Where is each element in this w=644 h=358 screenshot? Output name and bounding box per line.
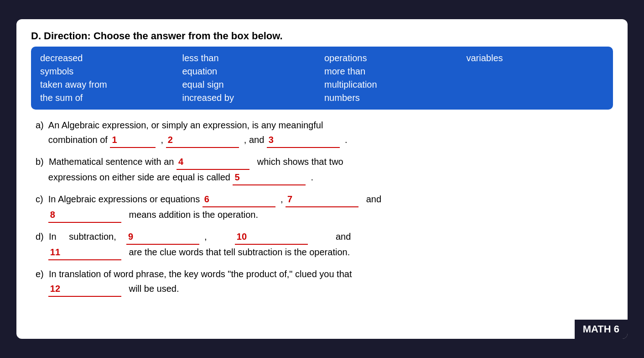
blank-7: 7	[286, 192, 358, 207]
blank-12: 12	[48, 281, 121, 297]
blank-9: 9	[126, 229, 199, 245]
question-c-label: c) In Algebraic expressions or equations…	[36, 194, 381, 220]
answer-item-empty3	[467, 93, 604, 103]
answer-item-empty2	[467, 79, 604, 90]
answer-item-equation: equation	[182, 66, 320, 77]
answer-item-taken-away-from: taken away from	[40, 79, 178, 90]
answer-item-decreased: decreased	[40, 53, 178, 63]
direction-header: D. Direction: Choose the answer from the…	[31, 30, 613, 42]
answer-item-more-than: more than	[324, 66, 462, 77]
question-b-label: b) Mathematical sentence with an 4 which…	[36, 157, 343, 182]
math-badge: MATH 6	[575, 320, 628, 339]
blank-4: 4	[177, 154, 249, 170]
question-d-label: d) In subtraction, 9 , 10 and 11 are the…	[36, 232, 351, 257]
answer-item-variables: variables	[467, 53, 604, 63]
question-a: a) An Algebraic expression, or simply an…	[36, 118, 613, 148]
blank-3: 3	[267, 132, 340, 148]
question-d: d) In subtraction, 9 , 10 and 11 are the…	[36, 229, 613, 260]
question-e-label: e) In translation of word phrase, the ke…	[36, 269, 352, 294]
answer-item-symbols: symbols	[40, 66, 178, 77]
answer-item-multiplication: multiplication	[324, 79, 462, 90]
answer-item-less-than: less than	[182, 53, 320, 63]
question-c: c) In Algebraic expressions or equations…	[36, 192, 613, 223]
blank-8: 8	[48, 207, 121, 223]
blank-6: 6	[203, 192, 275, 207]
blank-5: 5	[233, 170, 306, 185]
answer-item-operations: operations	[324, 53, 462, 63]
answer-item-the-sum-of: the sum of	[40, 93, 178, 103]
blank-1: 1	[110, 132, 156, 148]
answer-item-numbers: numbers	[324, 93, 462, 103]
blank-10: 10	[235, 229, 308, 245]
question-a-label: a) An Algebraic expression, or simply an…	[36, 120, 347, 145]
questions-container: a) An Algebraic expression, or simply an…	[31, 118, 613, 297]
blank-2: 2	[166, 132, 239, 148]
main-card: D. Direction: Choose the answer from the…	[16, 19, 628, 339]
answer-box: decreased less than operations variables…	[31, 47, 613, 110]
blank-11: 11	[48, 245, 121, 260]
question-e: e) In translation of word phrase, the ke…	[36, 267, 613, 297]
answer-item-increased-by: increased by	[182, 93, 320, 103]
answer-item-equal-sign: equal sign	[182, 79, 320, 90]
answer-item-empty1	[467, 66, 604, 77]
question-b: b) Mathematical sentence with an 4 which…	[36, 154, 613, 185]
